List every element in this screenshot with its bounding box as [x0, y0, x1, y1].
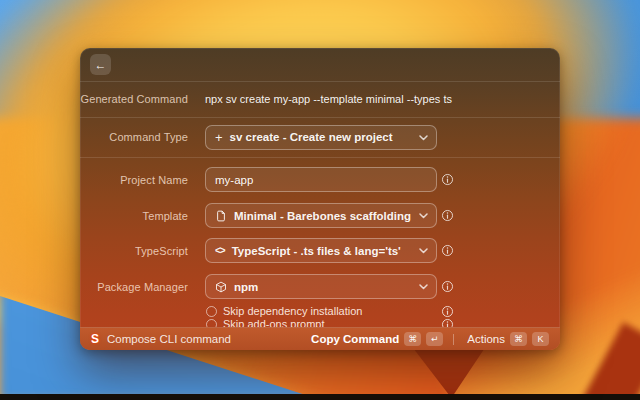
command-key-icon: ⌘ [510, 332, 527, 346]
template-value: Minimal - Barebones scaffolding [234, 210, 411, 222]
package-manager-value: npm [234, 281, 258, 293]
footer-app: S Compose CLI command [91, 333, 231, 345]
template-label: Template [80, 210, 188, 222]
k-key-icon: K [532, 332, 549, 346]
plus-icon: + [215, 131, 223, 144]
typescript-label: TypeScript [80, 245, 188, 257]
package-manager-label: Package Manager [80, 281, 188, 293]
footer-bar: S Compose CLI command Copy Command ⌘ ↵ A… [80, 327, 560, 350]
package-manager-row: Package Manager npm [80, 274, 560, 299]
generated-command-row: Generated Command npx sv create my-app -… [80, 81, 560, 117]
typescript-row: TypeScript <> TypeScript - .ts files & l… [80, 238, 560, 263]
back-button[interactable]: ← [90, 54, 111, 75]
project-name-input[interactable]: my-app [205, 167, 437, 192]
actions-button[interactable]: Actions [467, 333, 505, 345]
dock-strip [0, 394, 640, 400]
footer-actions: Copy Command ⌘ ↵ Actions ⌘ K [311, 332, 549, 346]
chevron-down-icon [419, 282, 428, 291]
file-icon [215, 210, 227, 222]
back-icon: ← [95, 58, 107, 72]
footer-app-name: Compose CLI command [107, 333, 231, 345]
command-key-icon: ⌘ [404, 332, 421, 346]
chevron-down-icon [419, 246, 428, 255]
window-header: ← [80, 48, 560, 81]
svelte-icon: S [91, 333, 99, 345]
return-key-icon: ↵ [426, 332, 443, 346]
skip-dependency-row: Skip dependency installation [80, 304, 560, 318]
skip-dependency-checkbox[interactable] [206, 306, 217, 317]
info-icon[interactable] [441, 244, 454, 257]
copy-command-button[interactable]: Copy Command [311, 333, 399, 345]
command-type-value: sv create - Create new project [230, 131, 393, 143]
template-dropdown[interactable]: Minimal - Barebones scaffolding [205, 203, 437, 228]
generated-command-value: npx sv create my-app --template minimal … [205, 93, 546, 105]
project-name-value: my-app [215, 174, 253, 186]
footer-separator [453, 334, 454, 345]
generated-command-label: Generated Command [80, 93, 188, 105]
screen: ← Generated Command npx sv create my-app… [0, 0, 640, 400]
info-icon[interactable] [441, 209, 454, 222]
divider [80, 157, 560, 158]
command-type-label: Command Type [80, 131, 188, 143]
info-icon[interactable] [441, 280, 454, 293]
typescript-value: TypeScript - .ts files & lang='ts' [232, 245, 401, 257]
template-row: Template Minimal - Barebones scaffolding [80, 203, 560, 228]
info-icon[interactable] [441, 305, 454, 318]
command-type-dropdown[interactable]: + sv create - Create new project [205, 125, 437, 150]
project-name-label: Project Name [80, 174, 188, 186]
compose-cli-window: ← Generated Command npx sv create my-app… [80, 48, 560, 350]
project-name-row: Project Name my-app [80, 167, 560, 192]
typescript-dropdown[interactable]: <> TypeScript - .ts files & lang='ts' [205, 238, 437, 263]
chevron-down-icon [419, 133, 428, 142]
info-icon[interactable] [441, 173, 454, 186]
code-icon: <> [215, 245, 225, 256]
skip-dependency-label: Skip dependency installation [223, 305, 362, 317]
package-manager-dropdown[interactable]: npm [205, 274, 437, 299]
chevron-down-icon [419, 211, 428, 220]
package-icon [215, 281, 227, 293]
command-type-row: Command Type + sv create - Create new pr… [80, 117, 560, 157]
